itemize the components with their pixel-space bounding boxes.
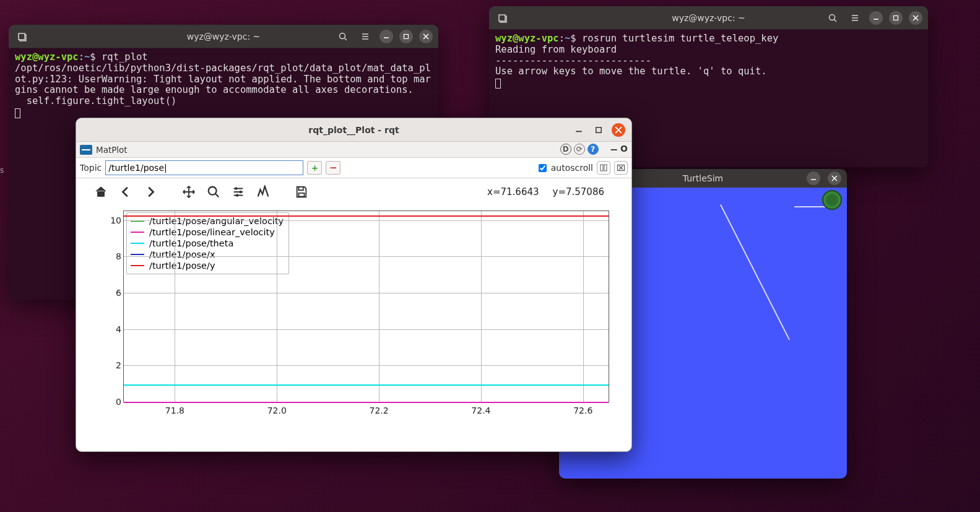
turtlesim-title: TurtleSim	[683, 173, 723, 183]
minimize-button[interactable]	[807, 171, 820, 185]
terminal1-user: wyz@wyz-vpc	[15, 51, 79, 63]
legend-row: /turtle1/pose/y	[131, 260, 284, 271]
maximize-button[interactable]	[399, 30, 413, 43]
matplot-label: MatPlot	[96, 145, 128, 155]
y-tick-label: 0	[116, 397, 121, 407]
save-icon[interactable]	[294, 184, 309, 199]
menu-button[interactable]	[355, 28, 375, 45]
zoom-icon[interactable]	[206, 184, 221, 199]
close-button[interactable]	[828, 171, 841, 185]
legend-row: /turtle1/pose/linear_velocity	[131, 227, 284, 238]
legend-swatch	[131, 232, 144, 233]
autoscroll-label: autoscroll	[551, 163, 593, 173]
terminal1-path: ~	[84, 51, 90, 63]
rqt-plot-window: rqt_plot__Plot - rqt MatPlot D ⟳ ? − O T…	[76, 118, 632, 452]
legend-swatch	[131, 254, 144, 255]
x-tick-label: 72.2	[370, 406, 389, 415]
minimize-button[interactable]	[379, 30, 393, 43]
gridline-v	[277, 211, 277, 402]
terminal1-titlebar[interactable]: wyz@wyz-vpc: ~	[9, 25, 438, 48]
columns-button[interactable]	[597, 161, 610, 175]
back-icon[interactable]	[118, 184, 133, 199]
y-tick-label: 8	[116, 251, 121, 261]
new-tab-button[interactable]	[493, 9, 513, 27]
forward-icon[interactable]	[143, 184, 158, 199]
gridline-v	[175, 211, 175, 402]
remove-topic-button[interactable]: −	[326, 161, 340, 175]
svg-point-11	[235, 188, 238, 190]
configure-icon[interactable]	[231, 184, 246, 199]
add-topic-button[interactable]: ＋	[307, 161, 322, 175]
d-button[interactable]: D	[560, 144, 571, 155]
gridline-h	[124, 329, 609, 330]
legend-swatch	[131, 265, 144, 266]
search-button[interactable]	[333, 28, 353, 45]
topic-label: Topic	[80, 163, 102, 173]
plot-axes: /turtle1/pose/angular_velocity/turtle1/p…	[123, 210, 609, 402]
menu-button[interactable]	[845, 9, 865, 27]
gridline-h	[124, 365, 609, 366]
matplotlib-toolbar: x=71.6643 y=7.57086	[76, 178, 631, 202]
svg-rect-6	[596, 127, 601, 132]
close-button[interactable]	[909, 11, 922, 25]
turtle-trail	[720, 204, 790, 340]
close-button[interactable]	[419, 30, 433, 43]
x-tick-label: 72.4	[471, 406, 490, 415]
pan-icon[interactable]	[181, 184, 196, 199]
minimize-button[interactable]	[869, 11, 883, 25]
close-button[interactable]	[612, 123, 625, 137]
svg-point-1	[340, 33, 345, 38]
x-tick-label: 71.8	[165, 406, 184, 415]
matplot-icon	[80, 145, 92, 155]
legend-label: /turtle1/pose/theta	[149, 238, 233, 248]
series-line	[124, 215, 609, 217]
topic-row: Topic ＋ − autoscroll	[76, 158, 631, 178]
maximize-button[interactable]	[592, 123, 605, 137]
x-tick-label: 72.0	[267, 406, 287, 415]
search-button[interactable]	[823, 9, 843, 27]
y-tick-label: 10	[110, 215, 121, 225]
legend-label: /turtle1/pose/linear_velocity	[149, 227, 275, 237]
gridline-v	[379, 211, 379, 402]
terminal1-output: /opt/ros/noetic/lib/python3/dist-package…	[15, 63, 431, 106]
reload-button[interactable]: ⟳	[574, 144, 585, 155]
gridline-v	[481, 211, 482, 402]
legend-label: /turtle1/pose/angular_velocity	[149, 216, 284, 226]
rqt-title: rqt_plot__Plot - rqt	[76, 125, 631, 135]
plot-legend: /turtle1/pose/angular_velocity/turtle1/p…	[126, 212, 289, 274]
desktop-icon-label: s	[0, 166, 4, 175]
edit-icon[interactable]	[256, 184, 271, 199]
minus-button[interactable]: −	[610, 144, 618, 155]
legend-swatch	[131, 243, 144, 244]
terminal2-output: Reading from keyboard ------------------…	[495, 44, 767, 77]
new-tab-button[interactable]	[12, 28, 32, 45]
coord-x: x=71.6643	[487, 186, 539, 197]
svg-point-13	[236, 194, 238, 197]
legend-label: /turtle1/pose/y	[149, 261, 215, 271]
legend-row: /turtle1/pose/theta	[131, 238, 284, 249]
help-button[interactable]: ?	[588, 144, 599, 155]
minimize-button[interactable]	[572, 123, 586, 137]
legend-label: /turtle1/pose/x	[149, 249, 215, 259]
maximize-button[interactable]	[889, 11, 903, 25]
y-tick-label: 4	[116, 324, 121, 334]
autoscroll-checkbox[interactable]	[539, 164, 547, 172]
terminal2-titlebar[interactable]: wyz@wyz-vpc: ~	[489, 6, 928, 30]
gridline-h	[124, 293, 609, 293]
svg-point-12	[240, 191, 242, 193]
o-button[interactable]: O	[620, 144, 628, 155]
rqt-titlebar[interactable]: rqt_plot__Plot - rqt	[76, 118, 631, 142]
series-line	[124, 384, 609, 386]
topic-input[interactable]	[105, 160, 303, 175]
clear-button[interactable]	[614, 161, 628, 175]
svg-point-4	[830, 14, 835, 20]
terminal2-user: wyz@wyz-vpc	[495, 33, 559, 44]
gridline-h	[124, 220, 609, 221]
turtle-sprite	[822, 190, 842, 210]
autoscroll-toggle[interactable]: autoscroll	[536, 162, 593, 174]
plot-area[interactable]: /turtle1/pose/angular_velocity/turtle1/p…	[98, 210, 609, 421]
y-tick-label: 2	[116, 360, 121, 370]
series-line	[124, 402, 609, 403]
x-tick-label: 72.6	[573, 406, 592, 415]
home-icon[interactable]	[93, 184, 108, 199]
